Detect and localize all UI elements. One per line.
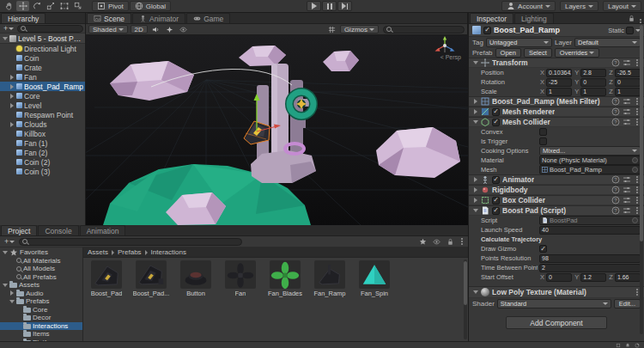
scene-visibility-icon[interactable] [178,25,189,34]
help-icon[interactable]: ? [611,206,620,215]
hierarchy-item[interactable]: Killbox [0,129,85,138]
project-folder-item[interactable]: Decor [0,314,82,322]
foldout-icon[interactable] [472,108,478,116]
object-picker-icon[interactable] [632,167,638,173]
hand-tool-button[interactable] [3,1,15,11]
material-menu-icon[interactable] [636,291,638,293]
tab-animator[interactable]: Animator [132,13,185,23]
vector-x-input[interactable]: -25 [546,78,572,87]
favorites-item[interactable]: All Models [0,265,82,273]
hierarchy-item[interactable]: Coin [0,53,85,63]
hierarchy-item[interactable]: Fan [0,72,85,82]
move-tool-button[interactable] [16,1,29,11]
component-menu-icon[interactable] [636,62,638,64]
object-field[interactable]: Boost_Pad_Ramp [539,165,641,174]
scrollbar-thumb[interactable] [464,261,467,305]
foldout-icon[interactable] [2,281,8,289]
asset-item[interactable]: Fan_Blades [264,260,307,297]
foldout-icon[interactable] [9,120,15,128]
help-icon[interactable]: ? [611,118,620,126]
foldout-open-icon[interactable] [472,289,478,296]
hierarchy-item[interactable]: Fan (1) [0,138,85,148]
hierarchy-item[interactable]: Level [0,101,85,110]
field-checkbox[interactable] [539,245,547,253]
asset-item[interactable]: Fan_Ramp [308,260,351,297]
vector-y-input[interactable]: 2.8 [580,69,606,77]
2d-toggle-button[interactable]: 2D [131,25,148,34]
preset-icon[interactable] [623,186,631,194]
scene-viewport[interactable]: < Persp [86,35,468,225]
shader-dropdown[interactable]: Standard [497,299,611,308]
foldout-icon[interactable] [9,92,15,100]
breadcrumb-segment[interactable]: Assets [88,248,108,256]
vector-z-input[interactable]: -26.5 [615,69,641,77]
component-menu-icon[interactable] [636,179,638,180]
project-scrollbar[interactable] [464,259,467,339]
layer-dropdown[interactable]: Default [574,38,641,47]
component-menu-icon[interactable] [636,101,638,102]
preset-icon[interactable] [623,206,631,215]
create-object-button[interactable] [2,25,15,33]
project-folder-item[interactable]: Items [0,330,82,339]
scene-effects-dropdown-icon[interactable] [164,25,175,34]
projection-mode-label[interactable]: < Persp [440,54,461,60]
notification-bell-icon[interactable] [625,343,630,348]
component-header[interactable]: Boost Pad (Script)? [469,205,644,216]
tab-lighting[interactable]: Lighting [514,13,554,23]
scene-audio-toggle-icon[interactable] [150,25,161,34]
layers-dropdown-button[interactable]: Layers [560,1,598,11]
prefab-select-button[interactable]: Select [524,48,552,58]
object-picker-icon[interactable] [632,157,638,163]
foldout-icon[interactable] [472,176,478,184]
component-enabled-checkbox[interactable] [492,119,500,126]
field-value-input[interactable]: 2 [539,264,641,272]
help-icon[interactable]: ? [611,186,620,194]
hierarchy-item[interactable]: Core [0,91,85,101]
hierarchy-item[interactable]: Fan (2) [0,148,85,157]
shading-mode-dropdown[interactable]: Shaded [88,25,128,34]
tab-inspector[interactable]: Inspector [470,13,513,23]
prefab-open-button[interactable]: Open [495,48,521,58]
component-menu-icon[interactable] [636,111,638,113]
vector-z-input[interactable]: 0 [615,78,641,87]
foldout-open-icon[interactable] [2,34,8,42]
object-field[interactable]: None (Physic Material) [539,156,641,165]
vector-x-input[interactable]: 0.1036426 [546,69,572,77]
preset-icon[interactable] [623,175,631,184]
object-field[interactable]: BoostPad [539,216,641,225]
component-menu-icon[interactable] [636,121,638,123]
tab-animation[interactable]: Animation [80,225,126,235]
search-favorites-icon[interactable] [417,237,428,247]
hierarchy-item[interactable]: Respawn Point [0,110,85,119]
multi-tool-button[interactable] [71,1,84,11]
component-menu-icon[interactable] [636,199,638,201]
foldout-icon[interactable] [472,207,478,215]
component-header[interactable]: Box Collider? [469,195,644,205]
foldout-icon[interactable] [2,248,8,256]
component-header[interactable]: Rigidbody? [469,185,644,195]
project-search-input[interactable] [19,238,242,246]
hidden-packages-icon[interactable] [431,237,442,247]
foldout-icon[interactable] [9,101,15,109]
scrollbar-thumb[interactable] [640,25,643,241]
preset-icon[interactable] [623,58,631,67]
prefab-overrides-button[interactable]: Overrides [555,48,600,58]
gameobject-active-checkbox[interactable] [483,27,491,34]
scene-root-row[interactable]: Level 5 - Boost Pads and F... [0,34,85,44]
step-button[interactable] [337,1,352,11]
pause-button[interactable] [322,1,337,11]
asset-item[interactable]: Fan [219,260,262,297]
global-toggle-button[interactable]: Global [130,1,171,11]
field-dropdown[interactable]: Mixed... [539,146,641,156]
account-dropdown-button[interactable]: Account [501,1,556,11]
inspector-menu-icon[interactable] [640,21,641,23]
hierarchy-item[interactable]: Coin (2) [0,157,85,167]
breadcrumb-segment[interactable]: Prefabs [118,248,142,256]
foldout-icon[interactable] [9,297,15,305]
field-value-input[interactable]: 98 [539,254,641,263]
help-icon[interactable]: ? [611,58,620,67]
hierarchy-item[interactable]: Directional Light [0,44,85,53]
component-menu-icon[interactable] [636,189,638,191]
field-checkbox[interactable] [539,128,547,136]
breadcrumb-segment[interactable]: Interactions [151,248,186,256]
